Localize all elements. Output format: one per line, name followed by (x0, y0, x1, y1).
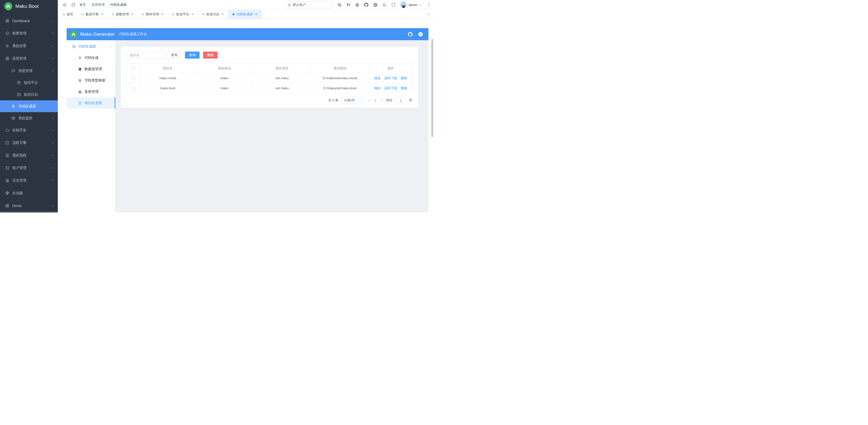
select-all-checkbox[interactable] (132, 67, 135, 70)
tenant-select[interactable]: 默认租户 (285, 1, 333, 8)
sidebar: Maku Boot Dashboard权限管理系统设置应用管理消息管理短信平台短… (0, 0, 58, 213)
dashboard-icon (5, 203, 9, 208)
breadcrumb: 首页›应用管理›代码生成器 (80, 2, 127, 7)
sidebar-item-diamond[interactable]: 企业版 (0, 187, 58, 199)
project-name-cell: maku-boot (140, 83, 196, 93)
chevron-down-icon (359, 99, 362, 102)
scrollbar-thumb[interactable] (431, 39, 433, 137)
tab-close-icon[interactable]: ✕ (131, 12, 134, 16)
sidebar-item-cloud[interactable]: 在线开发 (0, 124, 58, 137)
tab-dot (202, 13, 204, 15)
tab-附件管理[interactable]: 附件管理✕ (138, 10, 168, 19)
sidebar-item-monitor[interactable]: 系统监控 (0, 112, 58, 124)
table-header-row: 项目名项目标识项目包名项目路径操作 (127, 64, 412, 73)
generator-menu-group-label: 代码生成器 (79, 44, 109, 49)
tab-actions-dropdown[interactable] (423, 10, 434, 19)
tab-close-icon[interactable]: ✕ (191, 12, 194, 16)
sidebar-item-shield[interactable]: 权限管理 (0, 27, 58, 40)
server-icon (78, 67, 82, 71)
chevron-down-icon (51, 19, 54, 22)
tab-参数管理[interactable]: 参数管理✕ (108, 10, 138, 19)
sidebar-item-label: 在线开发 (12, 128, 26, 133)
breadcrumb-separator: › (88, 3, 89, 7)
delete-button[interactable]: 删除 (203, 52, 218, 59)
fullscreen-icon[interactable] (391, 3, 396, 7)
chevron-down-icon (419, 3, 422, 6)
tab-首页[interactable]: 首页 (59, 10, 78, 19)
row-action-link[interactable]: 删除 (401, 86, 407, 90)
tab-label: 附件管理 (146, 12, 159, 17)
sidebar-item-rocket[interactable]: 代码生成器 (0, 100, 58, 112)
row-action-link[interactable]: 修改 (374, 76, 381, 80)
generator-subtitle: 代码生成器工作台 (119, 32, 147, 36)
collapse-sidebar-icon[interactable] (62, 3, 67, 7)
generator-menu-item-server[interactable]: 数据源管理 (67, 63, 115, 75)
github-icon[interactable] (364, 3, 368, 7)
sidebar-item-label: 短信日志 (24, 92, 38, 97)
generator-menu-item-sitemap[interactable]: 基类管理 (67, 86, 115, 97)
search-icon[interactable] (382, 3, 386, 7)
main-column: 首页›应用管理›代码生成器 默认租户 Tt G admin (58, 0, 434, 213)
svg-text:G: G (420, 33, 422, 35)
generator-menu-group[interactable]: 代码生成器 (67, 41, 115, 52)
more-options-icon[interactable] (427, 3, 431, 7)
goto-page-input[interactable] (395, 97, 406, 104)
content-area: Maku Generator 代码生成器工作台 G 代码生成器代码生成数据源管理… (58, 19, 434, 213)
generator-menu-item-flame[interactable]: 代码生成 (67, 52, 115, 63)
sidebar-item-gear[interactable]: 系统设置 (0, 40, 58, 52)
gitee-icon[interactable]: G (418, 32, 423, 37)
refresh-icon[interactable] (71, 3, 75, 7)
tab-close-icon[interactable]: ✕ (101, 12, 103, 16)
tab-close-icon[interactable]: ✕ (221, 12, 224, 16)
chat-icon (11, 69, 16, 73)
prev-page-icon[interactable] (367, 98, 371, 102)
add-button[interactable]: 新增 (185, 52, 199, 59)
app-logo[interactable]: Maku Boot (0, 0, 58, 12)
table-header-cell: 项目标识 (195, 64, 253, 73)
row-action-link[interactable]: 源码下载 (384, 86, 397, 90)
total-count: 共 2 条 (328, 98, 338, 103)
sidebar-item-tenant[interactable]: 租户管理 (0, 162, 58, 174)
dashboard-icon (5, 19, 9, 23)
row-checkbox[interactable] (132, 77, 135, 80)
generator-menu-item-lines[interactable]: 字段类型映射 (67, 75, 115, 86)
sidebar-item-calendar[interactable]: 流程引擎 (0, 137, 58, 149)
tab-close-icon[interactable]: ✕ (161, 12, 164, 16)
logdoc-icon (5, 178, 9, 183)
font-size-icon[interactable]: Tt (346, 3, 350, 7)
user-name: admin (409, 3, 417, 7)
current-page[interactable]: 1 (374, 98, 377, 102)
tab-短信平台[interactable]: 短信平台✕ (168, 10, 198, 19)
monitor-icon (11, 116, 16, 120)
tab-代码生成器[interactable]: 代码生成器✕ (228, 10, 262, 19)
tab-close-icon[interactable]: ✕ (255, 12, 257, 16)
row-action-link[interactable]: 删除 (401, 76, 407, 80)
tab-短信日志[interactable]: 短信日志✕ (198, 10, 228, 19)
query-button[interactable]: 查询 (167, 52, 181, 59)
globe-icon[interactable] (355, 3, 359, 7)
breadcrumb-item[interactable]: 应用管理 (91, 2, 104, 7)
github-icon[interactable] (408, 32, 413, 37)
row-action-link[interactable]: 源码下载 (384, 76, 397, 80)
translate-icon[interactable] (338, 3, 342, 7)
sidebar-item-phone[interactable]: 短信平台 (0, 77, 58, 88)
gitee-icon[interactable]: G (373, 3, 377, 7)
tab-数据字典[interactable]: 数据字典✕ (78, 10, 108, 19)
generator-menu-item-label: 基类管理 (85, 89, 98, 94)
user-menu[interactable]: admin (400, 1, 422, 8)
generator-menu-item-edit[interactable]: 项目名变更 (67, 97, 115, 109)
sidebar-item-dashboard[interactable]: Demo (0, 199, 58, 212)
sidebar-item-apps[interactable]: 应用管理 (0, 52, 58, 65)
sidebar-item-flow[interactable]: 我的流程 (0, 149, 58, 162)
page-size-select[interactable]: 10条/页 (341, 97, 365, 104)
sidebar-item-list[interactable]: 短信日志 (0, 88, 58, 100)
sidebar-item-chat[interactable]: 消息管理 (0, 65, 58, 77)
breadcrumb-item[interactable]: 首页 (80, 2, 86, 7)
sidebar-item-dashboard[interactable]: Dashboard (0, 15, 58, 27)
row-action-link[interactable]: 修改 (374, 86, 381, 90)
sidebar-item-logdoc[interactable]: 日志管理 (0, 174, 58, 187)
next-page-icon[interactable] (380, 98, 383, 102)
row-checkbox[interactable] (132, 87, 135, 90)
project-name-input[interactable] (127, 52, 164, 59)
generator-header: Maku Generator 代码生成器工作台 G (67, 28, 429, 40)
